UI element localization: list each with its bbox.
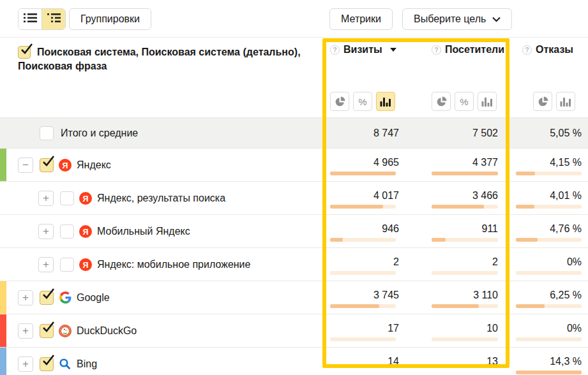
- list-view-button[interactable]: [19, 9, 41, 29]
- visits-percent-toggle[interactable]: %: [353, 92, 372, 111]
- metric-bar: [432, 304, 498, 308]
- svg-text:Я: Я: [83, 260, 89, 269]
- metrics-button[interactable]: Метрики: [329, 8, 393, 30]
- svg-text:Я: Я: [63, 161, 68, 170]
- bounce-cell: 4,01 %: [509, 182, 588, 214]
- visitors-bars-toggle[interactable]: [478, 92, 497, 111]
- row-left: + DuckDuckGo: [0, 314, 322, 347]
- row-left: − Я Яндекс: [0, 149, 322, 181]
- metric-value: 4 965: [330, 156, 399, 169]
- toolbar-right: Метрики Выберите цель: [329, 8, 512, 30]
- metric-bar: [330, 172, 396, 175]
- row-label[interactable]: Итого и средние: [61, 128, 138, 139]
- visitors-display-toggles: %: [432, 92, 497, 111]
- expand-button[interactable]: +: [18, 357, 33, 372]
- visitors-cell: 4 377: [415, 149, 509, 181]
- metric-value: 2: [432, 256, 498, 268]
- visits-cell: 3 745: [322, 281, 415, 314]
- row-checkbox[interactable]: [60, 191, 74, 205]
- table-row: Итого и средние 8 747 7 502 5,05 %: [0, 117, 588, 148]
- help-icon[interactable]: ?: [432, 45, 441, 55]
- expand-button[interactable]: +: [18, 323, 33, 339]
- row-checkbox[interactable]: [60, 224, 74, 239]
- goal-select-button[interactable]: Выберите цель: [402, 8, 512, 30]
- percent-icon: %: [358, 96, 366, 107]
- row-checkbox[interactable]: [40, 291, 54, 305]
- metric-value: 5,05 %: [516, 127, 582, 140]
- row-left: + Я Мобильный Яндекс: [0, 215, 322, 247]
- tree-view-button[interactable]: [41, 9, 65, 29]
- expand-button[interactable]: +: [38, 257, 54, 272]
- table-header: Поисковая система, Поисковая система (де…: [0, 37, 588, 117]
- visitors-pie-toggle[interactable]: [432, 92, 451, 111]
- expand-button[interactable]: +: [18, 290, 33, 305]
- yandex-icon: Я: [79, 258, 92, 271]
- table-row: + Я Яндекс, результаты поиска 4 017 3 46…: [0, 181, 588, 214]
- metric-bar: [432, 238, 498, 242]
- bounce-bars-toggle[interactable]: [556, 92, 575, 111]
- metric-value: 6,25 %: [516, 289, 582, 302]
- metric-bar: [516, 304, 582, 308]
- bounce-display-toggles: [533, 92, 575, 111]
- help-icon[interactable]: ?: [330, 45, 340, 55]
- metric-value: 3 110: [432, 289, 498, 302]
- column-header-bounce: ? Отказы: [509, 38, 588, 117]
- metric-bar: [516, 371, 582, 374]
- expand-button[interactable]: +: [38, 224, 54, 239]
- sort-desc-icon: [390, 48, 396, 52]
- bar-chart-icon: [560, 96, 571, 107]
- dimensions-checkbox[interactable]: [18, 46, 31, 59]
- visits-pie-toggle[interactable]: [330, 92, 349, 111]
- row-label[interactable]: Google: [77, 292, 110, 304]
- bounce-cell: 4,15 %: [509, 149, 588, 181]
- visitors-cell: 10: [415, 314, 509, 347]
- row-checkbox[interactable]: [40, 126, 54, 140]
- row-checkbox[interactable]: [40, 324, 54, 338]
- svg-text:Я: Я: [83, 194, 89, 203]
- metric-value: 4,01 %: [516, 189, 582, 202]
- visits-bars-toggle[interactable]: [376, 92, 395, 111]
- visitors-percent-toggle[interactable]: %: [455, 92, 474, 111]
- row-checkbox[interactable]: [40, 357, 54, 371]
- expand-button[interactable]: +: [38, 191, 54, 206]
- column-label[interactable]: Отказы: [536, 44, 573, 55]
- bing-icon: [59, 358, 72, 371]
- row-checkbox[interactable]: [60, 258, 74, 272]
- row-left: + Google: [0, 281, 322, 314]
- table-row: + DuckDuckGo 17 10 0%: [0, 314, 588, 347]
- metric-value: 4 017: [330, 189, 399, 202]
- metric-bar: [432, 172, 498, 175]
- dimensions-title: Поисковая система, Поисковая система (де…: [18, 47, 301, 71]
- row-label[interactable]: Bing: [77, 358, 97, 370]
- table-row: + Google 3 745 3 110 6,25 %: [0, 281, 588, 314]
- row-label[interactable]: Яндекс: мобильное приложение: [97, 259, 250, 270]
- bounce-pie-toggle[interactable]: [533, 92, 552, 111]
- row-label[interactable]: DuckDuckGo: [77, 325, 137, 337]
- groupings-button[interactable]: Группировки: [69, 8, 151, 30]
- metric-bar: [432, 205, 498, 209]
- metrica-report-screen: Группировки Метрики Выберите цель Поиско…: [0, 0, 588, 375]
- view-mode-switcher: [18, 8, 66, 30]
- row-label[interactable]: Мобильный Яндекс: [97, 226, 190, 237]
- button-label: Метрики: [341, 13, 381, 25]
- metric-value: 2: [330, 256, 399, 268]
- collapse-button[interactable]: −: [18, 158, 33, 173]
- metric-value: 17: [330, 322, 399, 335]
- checkmark-icon: [40, 287, 56, 302]
- visits-cell: 4 965: [322, 149, 415, 181]
- bounce-cell: 0%: [509, 248, 588, 281]
- metric-bar: [516, 271, 582, 275]
- metric-bar: [330, 337, 396, 341]
- metric-value: 0%: [516, 256, 582, 268]
- metric-bar: [330, 238, 396, 242]
- help-icon[interactable]: ?: [522, 45, 532, 55]
- row-color-strip: [0, 348, 6, 375]
- row-label[interactable]: Яндекс, результаты поиска: [97, 193, 225, 204]
- column-label[interactable]: Визиты: [343, 44, 382, 55]
- list-view-icon: [24, 13, 37, 26]
- bounce-cell: 0%: [509, 314, 588, 347]
- row-label[interactable]: Яндекс: [77, 159, 111, 171]
- bar-chart-icon: [481, 96, 493, 107]
- row-checkbox[interactable]: [40, 158, 54, 172]
- column-label[interactable]: Посетители: [445, 44, 504, 55]
